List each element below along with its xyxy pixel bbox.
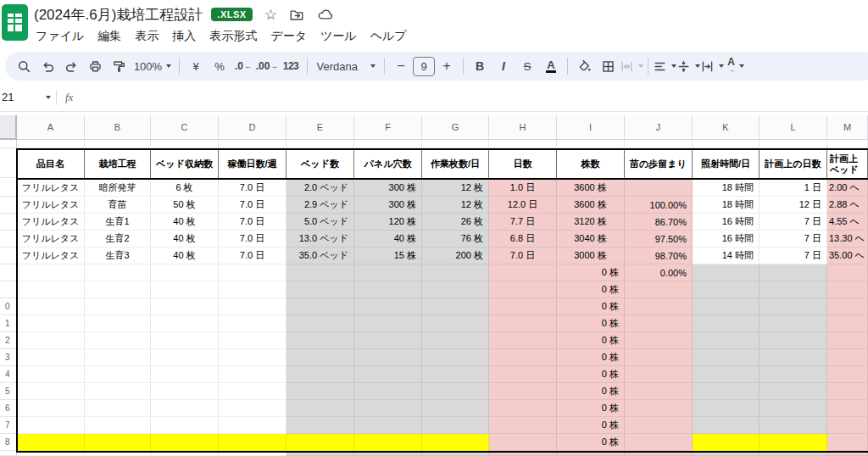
cell-F1[interactable] [354,140,422,148]
cell-F18[interactable] [354,434,422,451]
cell-E18[interactable] [287,434,354,451]
column-header-A[interactable]: A [17,115,85,140]
menu-item-file[interactable]: ファイル [29,25,91,47]
cell-K14[interactable] [693,366,760,383]
cell-C2[interactable]: ベッド収納数 [151,150,219,178]
cell-H1[interactable] [489,140,557,148]
row-header-1[interactable] [0,140,17,148]
cell-H3[interactable]: 1.0 日 [489,180,557,197]
text-rotation-button[interactable]: A→ [724,55,748,77]
cell-D14[interactable] [219,366,287,383]
cell-H2[interactable]: 日数 [489,150,557,178]
cell-J4[interactable]: 100.00% [625,197,693,214]
more-formats-button[interactable]: 123 [279,55,303,77]
cell-K16[interactable] [693,400,760,417]
cell-F3[interactable]: 300 株 [354,180,422,197]
cell-B1[interactable] [85,140,151,148]
cell-G10[interactable] [422,298,489,315]
cell-F15[interactable] [354,383,422,400]
cell-B6[interactable]: 生育2 [85,231,151,247]
cell-K9[interactable] [693,281,760,298]
cell-I19[interactable] [557,453,625,456]
cell-K2[interactable]: 照射時間/日 [693,150,760,178]
cell-B9[interactable] [85,281,151,298]
borders-button[interactable] [596,55,620,77]
row-header-8[interactable] [0,264,17,281]
cell-A5[interactable]: フリルレタス [17,214,85,231]
cell-H17[interactable] [489,417,557,434]
cell-L13[interactable] [760,349,827,366]
cell-B8[interactable] [85,264,151,281]
cell-L12[interactable] [760,332,827,349]
cell-G1[interactable] [422,140,489,148]
cell-F8[interactable] [354,264,422,281]
cell-L11[interactable] [760,315,827,332]
cell-I2[interactable]: 株数 [557,150,625,178]
cell-D17[interactable] [219,417,287,434]
cell-I12[interactable]: 0 株 [557,332,625,349]
cell-C13[interactable] [151,349,219,366]
cell-B7[interactable]: 生育3 [85,247,151,264]
cell-E1[interactable] [287,140,354,148]
cell-M17[interactable] [827,417,868,434]
cell-E8[interactable] [287,264,354,281]
cell-J8[interactable]: 0.00% [625,264,693,281]
cell-D7[interactable]: 7.0 日 [219,247,287,264]
cell-F16[interactable] [354,400,422,417]
cell-M4[interactable]: 2.88 ヘ [827,197,868,214]
cell-E2[interactable]: ベッド数 [287,150,354,178]
cell-H18[interactable] [489,434,557,451]
cell-F5[interactable]: 120 株 [354,214,422,231]
cell-K18[interactable] [693,434,760,451]
fill-color-button[interactable] [572,55,596,77]
cell-J10[interactable] [625,298,693,315]
cloud-status-icon[interactable] [316,7,333,22]
cell-B3[interactable]: 暗所発芽 [85,180,151,197]
cell-I18[interactable]: 0 株 [557,434,625,451]
cell-G9[interactable] [422,281,489,298]
cell-A15[interactable] [17,383,85,400]
document-title[interactable]: (2024年.6月)栽培工程設計 [34,5,203,25]
cell-H10[interactable] [489,298,557,315]
cell-L18[interactable] [760,434,827,451]
cell-C10[interactable] [151,298,219,315]
cell-F10[interactable] [354,298,422,315]
cell-E9[interactable] [287,281,354,298]
cell-B15[interactable] [85,383,151,400]
cell-D13[interactable] [219,349,287,366]
cell-H8[interactable] [489,264,557,281]
cell-F19[interactable] [354,453,422,456]
cell-J19[interactable] [625,453,693,456]
cell-I16[interactable]: 0 株 [557,400,625,417]
cell-G8[interactable] [422,264,489,281]
cell-B13[interactable] [85,349,151,366]
formula-input[interactable] [73,83,868,111]
cell-A14[interactable] [17,366,85,383]
cell-G5[interactable]: 26 枚 [422,214,489,231]
cell-C8[interactable] [151,264,219,281]
cell-G12[interactable] [422,332,489,349]
row-header-3[interactable] [0,180,17,197]
row-header-18[interactable]: 8 [0,434,17,451]
column-header-E[interactable]: E [287,115,354,140]
star-icon[interactable]: ☆ [264,8,277,22]
cell-L5[interactable]: 7 日 [760,214,827,231]
column-header-H[interactable]: H [489,115,557,140]
cell-C15[interactable] [151,383,219,400]
cell-K19[interactable] [693,453,760,456]
row-header-16[interactable]: 6 [0,400,17,417]
cell-E14[interactable] [287,366,354,383]
cell-A16[interactable] [17,400,85,417]
cell-D9[interactable] [219,281,287,298]
cell-L4[interactable]: 12 日 [760,197,827,214]
name-box[interactable]: 21 [0,91,51,103]
cell-L1[interactable] [760,140,827,148]
cell-A19[interactable] [17,453,85,456]
cell-E3[interactable]: 2.0 ベッド [287,180,354,197]
cell-L3[interactable]: 1 日 [760,180,827,197]
cell-E19[interactable] [287,453,354,456]
cell-K17[interactable] [693,417,760,434]
cell-J12[interactable] [625,332,693,349]
cell-B10[interactable] [85,298,151,315]
column-header-G[interactable]: G [422,115,489,140]
